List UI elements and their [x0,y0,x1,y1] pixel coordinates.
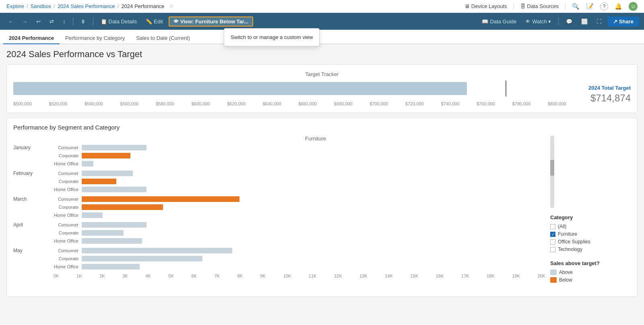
checkbox-all[interactable] [550,224,555,229]
breadcrumb-sandbox[interactable]: Sandbox [31,3,51,9]
perf-card-title: Performance by Segment and Category [13,124,631,131]
tracker-bar-inner [13,82,467,95]
axis-label-12: $740,000 [441,101,459,106]
data-details-icon: 📋 [101,19,107,25]
star-icon[interactable]: ☆ [169,3,174,9]
seg-row-feb-consumer: February Consumer [13,170,545,177]
seg-row-mar-corporate: Corporate [13,204,545,211]
bar-container [82,145,545,150]
data-guide-label: Data Guide [490,19,516,25]
comment-button[interactable]: 💬 [563,17,576,26]
edit-button[interactable]: ✏️ Edit [142,17,166,26]
bar-container2 [82,153,545,158]
device-layouts-button[interactable]: 🖥 Device Layouts [464,3,507,9]
page-title: 2024 Sales Performance vs Target [6,49,638,60]
axis-label-2: $540,000 [85,101,103,106]
tab-performance-by-category[interactable]: Performance by Category [60,33,130,44]
xaxis-20: 20K [537,274,545,278]
bar-container-apr2 [82,230,545,236]
bar-apr-consumer [82,222,147,228]
breadcrumb-sep-2: / [54,3,55,9]
back-button[interactable]: ← [5,17,17,26]
category-all-label: (All) [558,224,566,229]
fullscreen-button[interactable]: ⛶ [593,17,605,26]
xaxis-19: 19K [512,274,520,278]
month-group-mar: March Consumer Corporate [13,195,545,219]
tab-2024-performance[interactable]: 2024 Performance [3,33,60,44]
month-label-mar: March [13,196,41,202]
help-icon[interactable]: ? [600,2,608,10]
bar-may-corporate [82,256,202,261]
tabs-bar: 2024 Performance Performance by Category… [0,30,644,44]
category-filter-office[interactable]: Office Supplies [550,239,631,245]
seg-label-apr-corporate: Corporate [41,230,82,235]
view-dropdown-item[interactable]: Switch to or manage a custom view [224,31,319,43]
xaxis-11: 11K [309,274,317,278]
search-icon[interactable]: 🔍 [572,3,580,10]
sales-above-item[interactable]: Above [550,269,631,275]
arrow-button[interactable]: ↕ [60,17,69,26]
view-dropdown: Switch to or manage a custom view [224,28,320,46]
chart-x-axis: 0K 1K 2K 3K 4K 5K 6K 7K 8K 9K 10K 11K 12… [13,274,545,278]
data-details-button[interactable]: 📋 Data Details [97,17,140,26]
bar-feb-corporate [82,179,116,184]
share-button[interactable]: ↗ Share [607,16,639,27]
swap-button[interactable]: ⇄ [46,17,57,26]
tab-sales-to-date[interactable]: Sales to Date (Current) [130,33,196,44]
watch-button[interactable]: 👁 Watch ▾ [522,17,554,26]
xaxis-7: 7K [214,274,219,278]
checkbox-office[interactable] [550,239,555,245]
checkbox-tech[interactable] [550,247,555,252]
axis-label-13: $760,000 [477,101,495,106]
xaxis-17: 17K [461,274,469,278]
edit-toolbar-icon: ✏️ [146,19,152,25]
forward-button[interactable]: → [19,17,31,26]
bar-mar-corporate [82,204,163,210]
sales-below-item[interactable]: Below [550,277,631,283]
target-tracker-title: Target Tracker [13,71,631,77]
toolbar-sep-2 [93,17,93,25]
category-filter-tech[interactable]: Technology [550,247,631,252]
below-swatch [550,277,557,283]
category-office-label: Office Supplies [558,239,590,245]
breadcrumb-sales-perf[interactable]: 2024 Sales Performance [58,3,115,9]
breadcrumb-current: 2024 Performance [121,3,164,9]
view-custom-button[interactable]: 👁 View: Furniture Below Tar... [169,16,253,27]
category-filter-furniture[interactable]: ✓ Furniture [550,231,631,237]
seg-row-feb-homeoffice: Home Office [13,186,545,193]
xaxis-10: 10K [283,274,291,278]
edit-icon[interactable]: 📝 [586,3,594,10]
total-target-value: $714,874 [574,93,631,104]
watch-icon: 👁 [525,19,530,25]
user-avatar[interactable]: U [629,2,638,11]
axis-label-6: $620,000 [227,101,246,106]
bar-feb-homeoffice [82,187,147,192]
xaxis-13: 13K [359,274,367,278]
data-details-label: Data Details [109,19,137,25]
axis-label-9: $680,000 [334,101,353,106]
divider2 [565,3,566,10]
top-nav: Explore / Sandbox / 2024 Sales Performan… [0,0,644,13]
seg-row-may-consumer: May Consumer [13,247,545,254]
bar-container-apr1 [82,222,545,228]
axis-label-0: $500,000 [13,101,32,106]
pause-button[interactable]: ⏸ [77,17,89,26]
data-sources-button[interactable]: 🗄 Data Sources [520,3,559,9]
seg-label-homeoffice: Home Office [41,161,82,166]
undo-button[interactable]: ↩ [33,17,44,26]
tracker-chart-area: $500,000 $520,000 $540,000 $560,000 $580… [13,82,566,106]
xaxis-0: 0K [54,274,59,278]
seg-row-apr-homeoffice: Home Office [13,237,545,245]
alerts-icon[interactable]: 🔔 [615,3,622,10]
tracker-bar-wrapper [13,82,566,98]
breadcrumb-explore[interactable]: Explore [6,3,24,9]
seg-label-corporate: Corporate [41,153,82,158]
data-guide-button[interactable]: 📖 Data Guide [479,17,520,26]
checkbox-furniture[interactable]: ✓ [550,232,555,237]
category-filter-all[interactable]: (All) [550,224,631,229]
layout-button[interactable]: ⬜ [578,17,591,26]
bar-container-may2 [82,256,545,261]
view-btn-label: View: Furniture Below Tar... [180,19,248,25]
month-group-jan: January Consumer Corporate [13,144,545,167]
xaxis-1: 1K [76,274,82,278]
